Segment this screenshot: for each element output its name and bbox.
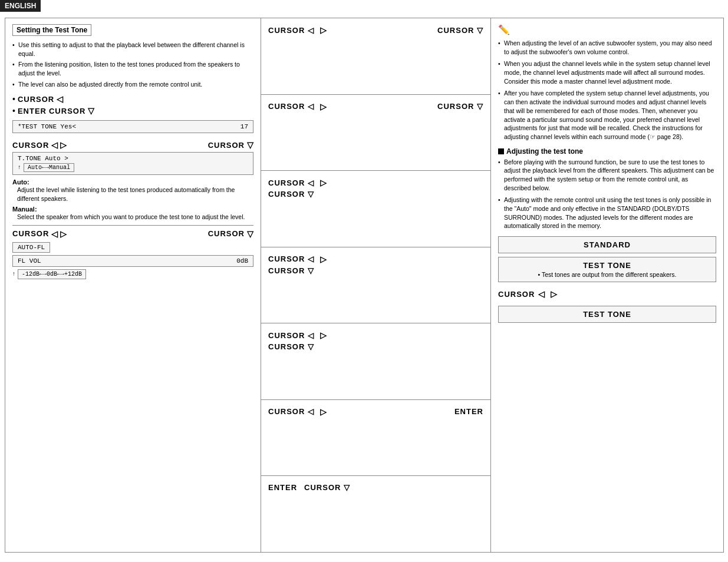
test-tone-display: *TEST TONE Yes< 17 [12,120,253,133]
adj-title-text: Adjusting the test tone [506,147,583,156]
mid-cursor-left-1: CURSOR ◁ [268,26,314,35]
mid-cursor-down-5: CURSOR ▽ [268,342,314,351]
mid-cursor-down-3: CURSOR ▽ [268,190,314,199]
cursor-lr-label-1: CURSOR [12,141,49,150]
right-bullets: When adjusting the level of an active su… [498,39,716,141]
test-tone-count: 17 [241,123,248,130]
t-tone-display: T.TONE Auto > ↑ Auto←→Manual [12,152,253,175]
mid-cursor-row-5b: CURSOR ▽ [268,342,483,351]
adj-bullets: Before playing with the surround functio… [498,158,716,231]
bottom-display: AUTO-FL FL VOL 0dB ↑ -12dB←→0dB←→+12dB [12,242,253,279]
arrow-indicator: ↑ [18,164,21,171]
mid-cursor-right-4: ▷ [320,254,327,264]
range-bar: -12dB←→0dB←→+12dB [18,269,86,279]
mid-cursor-right-5: ▷ [320,330,327,340]
mid-cursor-right-1: ▷ [320,25,327,35]
cursor-down-2: ▽ [247,140,253,150]
mid-cursor-down-4: CURSOR ▽ [268,266,314,275]
adj-section-title: Adjusting the test tone [498,147,716,156]
mid-section-5: CURSOR ◁ ▷ CURSOR ▽ [261,323,490,400]
mid-cursor-row-5a: CURSOR ◁ ▷ [268,330,483,340]
mid-cursor-row-6a: CURSOR ◁ ▷ ENTER [268,407,483,416]
mid-column: CURSOR ◁ ▷ CURSOR ▽ CURSOR ◁ ▷ CURSOR ▽ … [261,18,491,553]
mid-section-3: CURSOR ◁ ▷ CURSOR ▽ [261,171,490,247]
mid-section-7: ENTER CURSOR ▽ [261,476,490,552]
cursor-right-bot: ▷ [60,229,67,239]
square-bullet-icon [498,148,504,154]
mid-cursor-right-6: ▷ [320,407,327,416]
mid-cursor-row-7: ENTER CURSOR ▽ [268,483,483,492]
right-column: ✏️ When adjusting the level of an active… [491,18,724,553]
standard-box: STANDARD [498,236,716,253]
mid-enter-7: ENTER [268,483,297,492]
cursor-row-bottom: CURSOR ◁ ▷ CURSOR ▽ [12,229,253,239]
right-bullet-1: When adjusting the level of an active su… [498,39,716,56]
arrow-up-indicator: ↑ [12,270,15,277]
cursor-row-1: • CURSOR ◁ [12,94,253,104]
mid-section-4: CURSOR ◁ ▷ CURSOR ▽ [261,247,490,324]
mid-cursor-down-7: CURSOR ▽ [304,483,350,492]
intro-bullets: Use this setting to adjust to that the p… [12,41,253,88]
mid-section-6: CURSOR ◁ ▷ ENTER [261,400,490,477]
mid-cursor-row-1a: CURSOR ◁ ▷ CURSOR ▽ [268,25,483,35]
cursor-down-label-2: CURSOR [208,141,245,150]
mid-cursor-row-4b: CURSOR ▽ [268,266,483,275]
cursor-row-2: • ENTER CURSOR ▽ [12,106,253,115]
cursor-left-bot: ◁ [51,229,58,239]
mid-cursor-row-3b: CURSOR ▽ [268,190,483,199]
auto-fl-display: AUTO-FL [12,242,50,253]
bullet-1: Use this setting to adjust to that the p… [12,41,253,58]
right-bullet-2: When you adjust the channel levels while… [498,59,716,85]
cursor-lr-label-bot: CURSOR [12,229,49,238]
footer: ENGLISH [0,557,728,562]
cursor-row-3: CURSOR ◁ ▷ CURSOR ▽ [12,140,253,150]
mid-cursor-left-4: CURSOR ◁ [268,254,314,263]
section-title: Setting the Test Tone [12,24,91,36]
test-tone-result-box: TEST TONE [498,306,716,323]
test-tone-text: *TEST TONE Yes< [18,123,76,130]
fl-vol-row: FL VOL 0dB [12,255,253,267]
left-column: Setting the Test Tone Use this setting t… [5,18,261,553]
fl-vol-value: 0dB [236,257,248,265]
auto-label: Auto: [12,178,253,186]
cursor-left-arrow-1: ◁ [57,94,63,104]
right-cursor-row: CURSOR ◁ ▷ [498,286,716,302]
mid-section-2: CURSOR ◁ ▷ CURSOR ▽ [261,95,490,171]
right-cursor-right: ▷ [551,289,557,299]
cursor-down-label-bot: CURSOR [208,229,245,238]
manual-label: Manual: [12,206,253,213]
mid-cursor-row-4a: CURSOR ◁ ▷ [268,254,483,264]
mid-cursor-right-3: ▷ [320,178,327,187]
enter-label-1: ENTER [18,107,47,115]
mid-cursor-row-3a: CURSOR ◁ ▷ [268,178,483,187]
auto-manual-toggle: Auto←→Manual [24,163,74,172]
banner-label: ENGLISH [5,2,36,10]
page-content: Setting the Test Tone Use this setting t… [0,12,728,557]
bullet-3: The level can also be adjusted directly … [12,80,253,89]
cursor-down-arrow-1: ▽ [88,106,94,115]
mid-cursor-left-6: CURSOR ◁ [268,407,314,416]
cursor-down-bot: ▽ [247,229,253,239]
bullet-2: From the listening position, listen to t… [12,60,253,77]
mid-cursor-row-2a: CURSOR ◁ ▷ CURSOR ▽ [268,102,483,111]
test-tone-title: TEST TONE [505,261,710,270]
cursor-left-label-1: CURSOR [18,95,54,104]
test-tone-result-title: TEST TONE [505,310,710,319]
mid-cursor-down-2: CURSOR ▽ [437,102,483,111]
top-banner: ENGLISH [0,0,41,12]
right-bullet-3: After you have completed the system setu… [498,89,716,141]
mid-cursor-down-1: CURSOR ▽ [437,26,483,35]
pencil-icon: ✏️ [498,24,716,35]
right-cursor-label: CURSOR [498,290,535,299]
test-tone-box: TEST TONE Test tones are output from the… [498,257,716,282]
mid-cursor-left-5: CURSOR ◁ [268,331,314,340]
fl-vol-label: FL VOL [18,257,41,265]
test-tone-desc-text: Test tones are output from the different… [505,271,710,278]
cursor-left-2: ◁ [51,140,58,150]
t-tone-text: T.TONE Auto > [18,155,248,162]
mid-cursor-left-2: CURSOR ◁ [268,102,314,111]
adj-bullet-1: Before playing with the surround functio… [498,158,716,193]
right-cursor-left: ◁ [538,289,545,299]
divider-1 [12,225,253,226]
mid-section-1: CURSOR ◁ ▷ CURSOR ▽ [261,18,490,95]
